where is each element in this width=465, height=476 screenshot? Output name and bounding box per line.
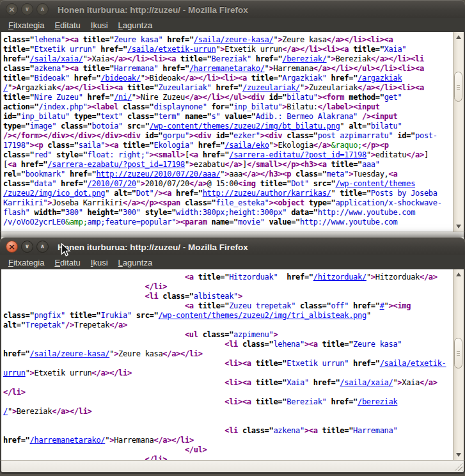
source-token: image" <box>30 122 57 131</box>
source-line: class="azkena"><a title="Harremana" href… <box>3 64 453 74</box>
source-token: <a <box>8 160 17 169</box>
source-link[interactable]: /ni/ <box>114 93 132 102</box>
scroll-up-button[interactable] <box>453 33 464 41</box>
titlebar[interactable]: × ∨ ∧ Honen iturburua: http://zuzeu/ - M… <box>0 237 465 255</box>
source-token: gorpu" <box>162 131 189 140</box>
source-link[interactable]: /sarrera-ezabatu/?post_id=17198 <box>47 160 185 169</box>
source-token: id=" <box>3 112 21 121</box>
source-link[interactable]: /2010/07/20 <box>88 179 136 188</box>
source-token: </a> <box>420 378 437 387</box>
source-link[interactable]: /wp-content/themes/zuzeu2/img/bt_bilatu.… <box>150 122 340 131</box>
source-link[interactable]: /zuzeulariak/ <box>242 83 300 92</box>
source-token: href=" <box>56 179 87 188</box>
close-button[interactable]: × <box>6 3 18 15</box>
source-link[interactable]: http://zuzeu/author/karrikas/ <box>203 189 331 198</box>
source-link[interactable]: /harremanetarako/ <box>30 436 106 445</box>
source-token: text" <box>100 112 123 121</box>
source-token: inp_bilatu" <box>21 112 70 121</box>
source-link[interactable]: /saila/xaia/ <box>340 378 393 387</box>
scrollbar-thumb[interactable] <box>454 72 462 102</box>
scroll-down-button[interactable] <box>453 223 464 230</box>
scrollbar[interactable] <box>453 269 464 460</box>
minimize-button[interactable]: ∨ <box>21 241 33 253</box>
titlebar[interactable]: × ∨ ∧ Honen iturburua: http://zuzeu/ - M… <box>0 0 465 18</box>
source-token: </a></li><li><a <box>327 35 393 44</box>
source-line: urrun">Etxetik urrun</a></li> <box>3 369 453 378</box>
source-token: > <box>238 292 242 301</box>
source-token: Posts by Joseba <box>371 189 437 198</box>
source-link[interactable]: /zuzeu2/img/ico_dot.png <box>3 189 105 198</box>
window-controls: × ∨ ∧ <box>6 3 49 15</box>
source-link[interactable]: urrun <box>3 369 26 377</box>
menu-laguntza[interactable]: Laguntza <box>113 19 158 32</box>
source-token: title=" <box>79 64 114 73</box>
menu-ikusi[interactable]: Ikusi <box>86 19 113 32</box>
scrollbar[interactable] <box>453 32 464 232</box>
source-link[interactable]: /hitzorduak/ <box>313 273 366 282</box>
source-token: alt=" <box>344 122 371 131</box>
source-line: action="/index.php"><label class="displa… <box>3 102 453 112</box>
source-link[interactable]: /bideoak/ <box>100 74 140 83</box>
source-code: <a title="Hitzorduak" href="/hitzorduak/… <box>1 269 453 460</box>
source-link[interactable]: /saila/xaia/ <box>30 54 83 63</box>
source-token: name=" <box>180 112 211 121</box>
arrow-up-icon <box>456 35 461 39</box>
content-area: class="lehena"><a title="Zeure kasa" hre… <box>0 32 465 232</box>
source-token: </a></li><li><a <box>180 74 247 83</box>
source-token: id=" <box>141 131 163 140</box>
source-link[interactable]: /saila/eko <box>225 141 269 150</box>
source-token: href=" <box>327 74 358 83</box>
source-link[interactable]: http://zuzeu/2010/07/20/aaa/ <box>96 170 220 178</box>
source-link[interactable]: /bereziak/ <box>282 54 326 63</box>
source-link[interactable]: # <box>380 301 384 310</box>
minimize-button[interactable]: ∨ <box>21 3 33 15</box>
close-button[interactable]: × <box>6 241 18 253</box>
menu-editatu[interactable]: Editatu <box>49 19 85 32</box>
source-token: Argazkiak" <box>282 74 326 83</box>
source-token: title=" <box>194 301 229 310</box>
resize-grip[interactable] <box>453 461 462 471</box>
source-token: Zeure kasa" <box>114 35 162 44</box>
menu-ikusi[interactable]: Ikusi <box>86 256 113 269</box>
source-token: title=" <box>123 83 158 92</box>
source-link[interactable]: / <box>3 83 8 92</box>
source-token: Tuesday, <box>353 170 388 178</box>
maximize-button[interactable]: ∧ <box>36 3 49 15</box>
source-link[interactable]: /argazkiak <box>358 74 402 83</box>
source-token: Ekologia <box>278 141 313 150</box>
scrollbar-thumb[interactable] <box>454 338 462 369</box>
source-link[interactable]: /sarrera-editatu/?post_id=17198 <box>229 150 366 159</box>
source-link[interactable]: /saila/zeure-kasa/ <box>194 35 274 44</box>
source-token: Irukia" <box>100 311 131 320</box>
source-link[interactable]: / <box>3 407 8 416</box>
menu-laguntza[interactable]: Laguntza <box>113 256 158 269</box>
source-token: Xaia <box>402 378 420 387</box>
source-token: > <box>304 83 309 92</box>
source-token: albisteak" <box>194 292 238 301</box>
close-icon: × <box>8 5 15 13</box>
menu-fitxategia[interactable]: Fitxategia <box>3 19 49 32</box>
source-link[interactable]: /saila/etxetik-urrun <box>127 45 216 54</box>
maximize-button[interactable]: ∧ <box>36 241 49 253</box>
source-token: <li <box>145 292 159 301</box>
source-line: </li> <box>3 388 453 397</box>
source-line: <li><a title="Etxetik urrun" href="/sail… <box>3 359 453 369</box>
source-link[interactable]: /saila/zeure-kasa/ <box>30 349 110 358</box>
menu-editatu[interactable]: Editatu <box>49 256 85 269</box>
source-link[interactable]: /saila/etxetik- <box>380 359 446 368</box>
menu-fitxategia[interactable]: Fitxategia <box>3 256 49 269</box>
source-link[interactable]: /wp-content/themes/zuzeu2/img/tri_albist… <box>158 311 366 320</box>
scroll-down-button[interactable] <box>453 451 464 459</box>
window-view-source-bottom: × ∨ ∧ Honen iturburua: http://zuzeu/ - M… <box>0 237 465 476</box>
source-link[interactable]: /bereziak <box>358 397 397 406</box>
source-token: <li <box>225 426 238 435</box>
scroll-up-button[interactable] <box>453 271 464 278</box>
source-link[interactable]: /wp-content/themes <box>335 179 415 188</box>
source-token: type=" <box>3 122 30 131</box>
source-link[interactable]: /harremanetarako/ <box>189 64 265 73</box>
source-token: width=" <box>30 208 65 217</box>
source-token: &amp; <box>65 218 88 226</box>
source-token: " <box>384 301 389 310</box>
source-token: <a <box>389 170 398 178</box>
source-line: <li class="azkena"><a title="Harremana" <box>3 426 453 436</box>
